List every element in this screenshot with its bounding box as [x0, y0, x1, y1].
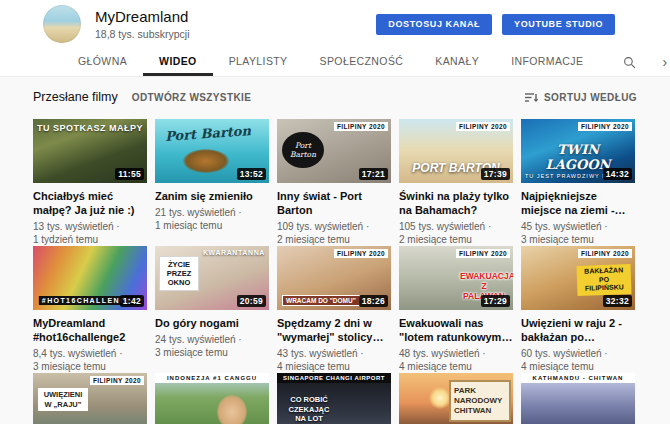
video-duration: 11:55: [115, 168, 144, 180]
video-thumbnail[interactable]: FILIPINY 2020 Port Barton 17:21: [277, 119, 391, 183]
video-row-3: FILIPINY 2020 UWIĘZIENI W „RAJU” INDONEZ…: [33, 373, 637, 424]
video-views: 48 tys. wyświetleń ·: [399, 347, 513, 360]
video-card[interactable]: SINGAPORE CHANGI AIRPORT CO ROBIĆ CZEKAJ…: [277, 373, 391, 424]
video-title[interactable]: Zanim się zmieniło: [155, 189, 269, 203]
video-card[interactable]: ŻYCIE PRZEZ OKNO KWARANTANNA 20:59 Do gó…: [155, 246, 269, 373]
video-thumbnail[interactable]: ŻYCIE PRZEZ OKNO KWARANTANNA 20:59: [155, 246, 269, 310]
video-title[interactable]: MyDreamland #hot16challenge2: [33, 316, 147, 344]
video-card[interactable]: TU SPOTKASZ MAŁPY 11:55 Chciałbyś mieć m…: [33, 119, 147, 246]
thumbnail-subtext: CO ROBIĆ CZEKAJĄC NA LOT: [284, 395, 334, 424]
channel-header: MyDreamland 18,8 tys. subskrypcji DOSTOS…: [0, 0, 670, 48]
thumbnail-text: TU SPOTKASZ MAŁPY: [36, 123, 144, 133]
video-card[interactable]: FILIPINY 2020 TWIN LAGOON TU JEST PRAWDZ…: [521, 119, 635, 246]
video-thumbnail[interactable]: FILIPINY 2020 BAKŁAŻAN PO FILIPIŃSKU 32:…: [521, 246, 635, 310]
video-meta: 21 tys. wyświetleń · 1 miesiąc temu: [155, 206, 269, 232]
video-card[interactable]: FILIPINY 2020 Port Barton 17:21 Inny świ…: [277, 119, 391, 246]
video-card[interactable]: KATHMANDU - CHITWAN: [521, 373, 635, 424]
chevron-right-icon[interactable]: ›: [650, 48, 670, 76]
channel-tabs: GŁÓWNA WIDEO PLAYLISTY SPOŁECZNOŚĆ KANAŁ…: [0, 48, 670, 77]
video-title[interactable]: Ewakuowali nas "lotem ratunkowym" na Fil…: [399, 316, 513, 344]
thumbnail-badge: FILIPINY 2020: [90, 376, 144, 385]
video-title[interactable]: Chciałbyś mieć małpę? Ja już nie :): [33, 189, 147, 217]
play-all-button[interactable]: ODTWÓRZ WSZYSTKIE: [132, 92, 252, 103]
video-title[interactable]: Uwięzieni w raju 2 - bakłażan po filipiń…: [521, 316, 635, 344]
thumbnail-text: SINGAPORE CHANGI AIRPORT: [277, 373, 391, 383]
customize-channel-button[interactable]: DOSTOSUJ KANAŁ: [376, 14, 492, 35]
video-row-2: #HOT16CHALLENGE2 1:42 MyDreamland #hot16…: [33, 246, 637, 373]
video-meta: 60 tys. wyświetleń · 4 miesiące temu: [521, 347, 635, 373]
video-card[interactable]: #HOT16CHALLENGE2 1:42 MyDreamland #hot16…: [33, 246, 147, 373]
video-thumbnail[interactable]: KATHMANDU - CHITWAN: [521, 373, 635, 424]
thumbnail-text: ŻYCIE PRZEZ OKNO: [160, 257, 198, 290]
thumbnail-subtext: TU JEST PRAWDZIWY RAJ: [525, 173, 607, 179]
video-meta: 8,4 tys. wyświetleń · 3 miesiące temu: [33, 347, 147, 373]
video-meta: 43 tys. wyświetleń · 4 miesiące temu: [277, 347, 391, 373]
video-thumbnail[interactable]: FILIPINY 2020 TWIN LAGOON TU JEST PRAWDZ…: [521, 119, 635, 183]
channel-info: MyDreamland 18,8 tys. subskrypcji: [95, 8, 376, 41]
search-icon[interactable]: [609, 48, 650, 76]
video-title[interactable]: Inny świat - Port Barton: [277, 189, 391, 217]
thumbnail-text: INDONEZJA #1 CANGGU: [155, 373, 269, 383]
thumbnail-text: BAKŁAŻAN PO FILIPIŃSKU: [577, 264, 632, 295]
video-thumbnail[interactable]: #HOT16CHALLENGE2 1:42: [33, 246, 147, 310]
tab-spolecznosc[interactable]: SPOŁECZNOŚĆ: [304, 48, 420, 76]
video-meta: 45 tys. wyświetleń · 3 miesiące temu: [521, 220, 635, 246]
video-meta: 105 tys. wyświetleń · 2 miesiące temu: [399, 220, 513, 246]
video-duration: 32:32: [603, 295, 632, 307]
sort-button[interactable]: SORTUJ WEDŁUG: [525, 92, 637, 103]
thumbnail-badge: FILIPINY 2020: [578, 249, 632, 258]
video-card[interactable]: FILIPINY 2020 WRACAM DO "DOMU" 18:26 Spę…: [277, 246, 391, 373]
video-duration: 1:42: [120, 295, 144, 307]
video-meta: 48 tys. wyświetleń · 4 miesiące temu: [399, 347, 513, 373]
video-card[interactable]: FILIPINY 2020 UWIĘZIENI W „RAJU”: [33, 373, 147, 424]
video-title[interactable]: Do góry nogami: [155, 316, 269, 330]
channel-name: MyDreamland: [95, 8, 376, 26]
video-card[interactable]: FILIPINY 2020 EWAKUACJA Z PALAWAN 17:29 …: [399, 246, 513, 373]
video-views: 45 tys. wyświetleń ·: [521, 220, 635, 233]
video-thumbnail[interactable]: FILIPINY 2020 UWIĘZIENI W „RAJU”: [33, 373, 147, 424]
video-duration: 17:29: [481, 295, 510, 307]
tab-kanaly[interactable]: KANAŁY: [419, 48, 495, 76]
video-card[interactable]: PARK NARODOWY CHITWAN NEPAL #3: [399, 373, 513, 424]
thumbnail-badge: FILIPINY 2020: [578, 122, 632, 131]
youtube-studio-button[interactable]: YOUTUBE STUDIO: [502, 14, 615, 35]
video-views: 60 tys. wyświetleń ·: [521, 347, 635, 360]
video-meta: 24 tys. wyświetleń · 3 miesiące temu: [155, 333, 269, 359]
tab-informacje[interactable]: INFORMACJE: [495, 48, 599, 76]
video-age: 4 miesiące temu: [399, 360, 513, 373]
thumbnail-subtext: KWARANTANNA: [203, 249, 265, 256]
tab-wideo[interactable]: WIDEO: [143, 48, 213, 76]
video-title[interactable]: Świnki na plaży tylko na Bahamach?: [399, 189, 513, 217]
thumbnail-badge: FILIPINY 2020: [456, 122, 510, 131]
video-card[interactable]: FILIPINY 2020 PORT BARTON 17:39 Świnki n…: [399, 119, 513, 246]
video-card[interactable]: INDONEZJA #1 CANGGU: [155, 373, 269, 424]
video-title[interactable]: Najpiękniejsze miejsce na ziemi - Coron …: [521, 189, 635, 217]
video-thumbnail[interactable]: FILIPINY 2020 EWAKUACJA Z PALAWAN 17:29: [399, 246, 513, 310]
video-thumbnail[interactable]: Port Barton 13:52: [155, 119, 269, 183]
tab-playlisty[interactable]: PLAYLISTY: [213, 48, 304, 76]
tab-glowna[interactable]: GŁÓWNA: [62, 48, 143, 76]
thumbnail-text: KATHMANDU - CHITWAN: [521, 373, 635, 383]
video-age: 1 miesiąc temu: [155, 219, 269, 232]
video-thumbnail[interactable]: FILIPINY 2020 PORT BARTON 17:39: [399, 119, 513, 183]
video-meta: 109 tys. wyświetleń · 2 miesiące temu: [277, 220, 391, 246]
uploads-title: Przesłane filmy: [33, 90, 118, 104]
video-card[interactable]: FILIPINY 2020 BAKŁAŻAN PO FILIPIŃSKU 32:…: [521, 246, 635, 373]
video-age: 1 tydzień temu: [33, 233, 147, 246]
video-thumbnail[interactable]: TU SPOTKASZ MAŁPY 11:55: [33, 119, 147, 183]
video-duration: 17:39: [481, 168, 510, 180]
video-card[interactable]: Port Barton 13:52 Zanim się zmieniło 21 …: [155, 119, 269, 246]
video-views: 8,4 tys. wyświetleń ·: [33, 347, 147, 360]
video-row-1: TU SPOTKASZ MAŁPY 11:55 Chciałbyś mieć m…: [33, 119, 637, 246]
video-age: 3 miesiące temu: [33, 360, 147, 373]
thumbnail-text: UWIĘZIENI W „RAJU”: [38, 388, 88, 411]
video-thumbnail[interactable]: FILIPINY 2020 WRACAM DO "DOMU" 18:26: [277, 246, 391, 310]
video-grid: TU SPOTKASZ MAŁPY 11:55 Chciałbyś mieć m…: [0, 106, 670, 424]
video-thumbnail[interactable]: INDONEZJA #1 CANGGU: [155, 373, 269, 424]
video-title[interactable]: Spędzamy 2 dni w "wymarłej" stolicy Fili…: [277, 316, 391, 344]
thumbnail-text: PARK NARODOWY CHITWAN: [451, 382, 509, 420]
video-thumbnail[interactable]: PARK NARODOWY CHITWAN NEPAL #3: [399, 373, 513, 424]
thumbnail-badge: FILIPINY 2020: [334, 249, 388, 258]
video-thumbnail[interactable]: SINGAPORE CHANGI AIRPORT CO ROBIĆ CZEKAJ…: [277, 373, 391, 424]
sort-label: SORTUJ WEDŁUG: [544, 92, 637, 103]
